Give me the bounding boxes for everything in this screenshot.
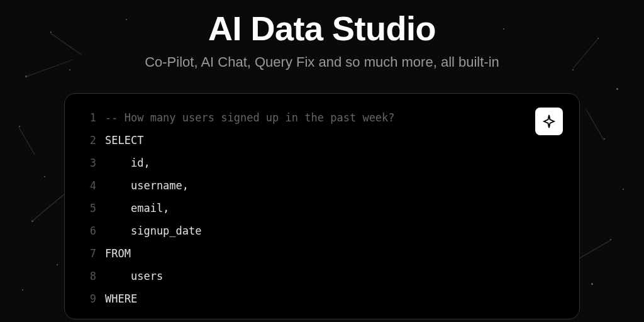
code-line: 4 username, [80,174,564,197]
line-number: 9 [80,287,96,310]
code-line: 8 users [80,265,564,287]
line-number: 1 [80,106,96,129]
code-line: 3 id, [80,152,564,174]
code-text: FROM [105,242,131,265]
code-line: 1-- How many users signed up in the past… [80,106,564,129]
code-text: username, [105,174,189,197]
code-line: 9WHERE [80,287,564,310]
code-line: 6 signup_date [80,219,564,242]
page-subtitle: Co-Pilot, AI Chat, Query Fix and so much… [145,54,499,70]
line-number: 4 [80,174,96,197]
line-number: 3 [80,152,96,174]
code-line: 5 email, [80,197,564,219]
code-text: id, [105,152,150,174]
line-number: 7 [80,242,96,265]
code-text: -- How many users signed up in the past … [105,106,395,129]
code-content: 1-- How many users signed up in the past… [80,106,564,310]
page-title: AI Data Studio [208,9,436,48]
sparkle-icon [541,114,557,129]
code-line: 7FROM [80,242,564,265]
code-line: 2SELECT [80,129,564,152]
code-editor[interactable]: 1-- How many users signed up in the past… [64,93,580,319]
ai-assist-button[interactable] [535,108,563,135]
code-text: WHERE [105,287,137,310]
code-text: email, [105,197,169,219]
line-number: 6 [80,219,96,242]
code-text: signup_date [105,219,202,242]
code-text: SELECT [105,129,143,152]
line-number: 5 [80,197,96,219]
line-number: 2 [80,129,96,152]
line-number: 8 [80,265,96,287]
code-text: users [105,265,163,287]
